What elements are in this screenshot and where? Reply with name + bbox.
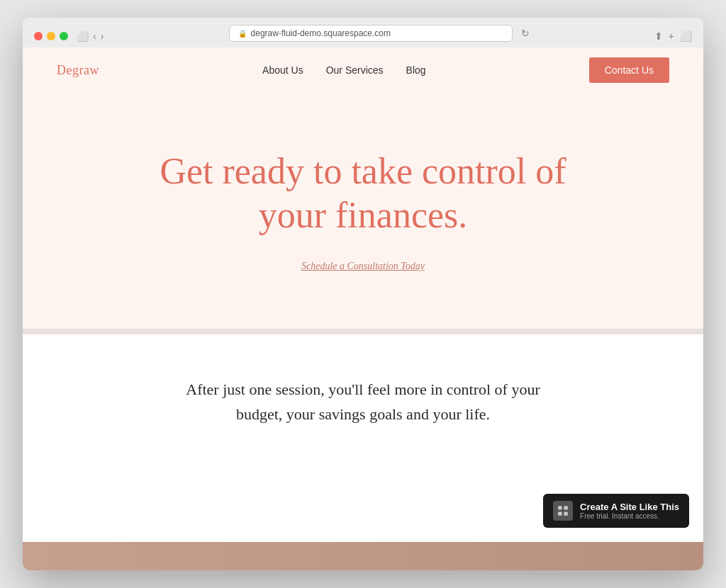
sq-badge-main: Create A Site Like This bbox=[580, 502, 679, 512]
bottom-strip bbox=[23, 542, 703, 570]
sidebar-toggle-icon[interactable]: ⬜ bbox=[77, 30, 89, 42]
chevron-left-icon[interactable]: ‹ bbox=[93, 30, 96, 42]
browser-chrome: ⬜ ‹ › 🔒 degraw-fluid-demo.squarespace.co… bbox=[23, 18, 703, 47]
hero-cta-link[interactable]: Schedule a Consultation Today bbox=[301, 261, 425, 272]
chevron-right-icon[interactable]: › bbox=[101, 30, 104, 42]
refresh-icon[interactable]: ↻ bbox=[521, 28, 530, 39]
svg-rect-3 bbox=[564, 512, 568, 516]
minimize-button[interactable] bbox=[47, 32, 55, 40]
browser-window: ⬜ ‹ › 🔒 degraw-fluid-demo.squarespace.co… bbox=[23, 18, 703, 570]
browser-content: Degraw About Us Our Services Blog Contac… bbox=[23, 47, 703, 570]
window-controls: ⬜ ‹ › bbox=[77, 30, 104, 42]
svg-rect-1 bbox=[564, 506, 568, 509]
body-section: After just one session, you'll feel more… bbox=[23, 334, 703, 542]
svg-rect-0 bbox=[558, 506, 562, 509]
nav-about[interactable]: About Us bbox=[262, 64, 303, 76]
lock-icon: 🔒 bbox=[238, 30, 247, 38]
url-text: degraw-fluid-demo.squarespace.com bbox=[251, 28, 391, 38]
browser-actions: ⬆ + ⬜ bbox=[654, 30, 692, 42]
nav-links: About Us Our Services Blog bbox=[262, 64, 426, 76]
hero-title: Get ready to take control of your financ… bbox=[150, 149, 576, 238]
share-icon[interactable]: ⬆ bbox=[654, 30, 663, 42]
nav-blog[interactable]: Blog bbox=[406, 64, 426, 76]
close-button[interactable] bbox=[34, 32, 43, 40]
sq-badge-sub: Free trial. Instant access. bbox=[580, 512, 679, 520]
sq-badge-content: Create A Site Like This Free trial. Inst… bbox=[580, 502, 679, 520]
navbar: Degraw About Us Our Services Blog Contac… bbox=[23, 47, 703, 93]
section-divider bbox=[23, 329, 703, 334]
browser-top-bar: ⬜ ‹ › 🔒 degraw-fluid-demo.squarespace.co… bbox=[34, 25, 692, 47]
squarespace-icon bbox=[553, 501, 573, 521]
site-logo[interactable]: Degraw bbox=[57, 63, 99, 78]
hero-section: Get ready to take control of your financ… bbox=[23, 93, 703, 329]
body-text: After just one session, you'll feel more… bbox=[179, 377, 547, 426]
tabs-icon[interactable]: ⬜ bbox=[680, 30, 692, 42]
maximize-button[interactable] bbox=[60, 32, 68, 40]
squarespace-badge[interactable]: Create A Site Like This Free trial. Inst… bbox=[543, 494, 689, 528]
new-tab-icon[interactable]: + bbox=[669, 30, 674, 42]
address-bar-row: 🔒 degraw-fluid-demo.squarespace.com ↻ bbox=[112, 25, 645, 47]
contact-us-button[interactable]: Contact Us bbox=[589, 57, 669, 83]
traffic-lights bbox=[34, 32, 68, 40]
svg-rect-2 bbox=[558, 512, 562, 516]
nav-services[interactable]: Our Services bbox=[326, 64, 384, 76]
website: Degraw About Us Our Services Blog Contac… bbox=[23, 47, 703, 570]
address-bar[interactable]: 🔒 degraw-fluid-demo.squarespace.com bbox=[229, 25, 513, 42]
